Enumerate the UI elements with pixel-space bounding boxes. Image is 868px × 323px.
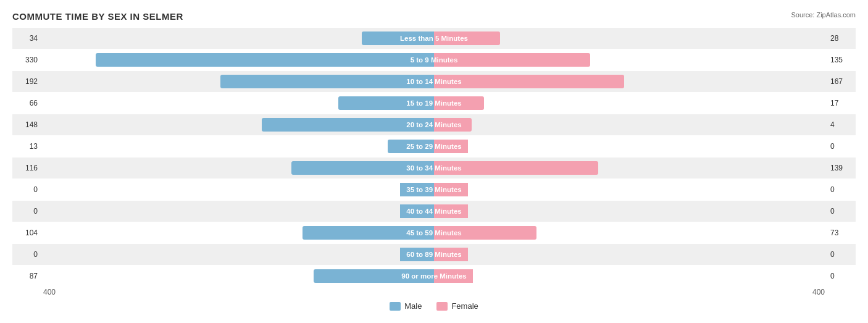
bar-label: 10 to 14 Minutes xyxy=(400,75,467,88)
female-value: 73 xyxy=(827,229,856,237)
female-value: 4 xyxy=(827,120,856,129)
male-value: 148 xyxy=(12,120,41,129)
chart-container: COMMUTE TIME BY SEX IN SELMER Source: Zi… xyxy=(0,0,868,323)
male-bar-half xyxy=(41,244,400,265)
female-bar xyxy=(468,226,536,240)
legend-female-label: Female xyxy=(451,301,478,311)
table-row: 19210 to 14 Minutes167 xyxy=(12,71,856,92)
female-value: 135 xyxy=(827,56,856,64)
bar-group: Less than 5 Minutes xyxy=(41,28,827,49)
male-value: 116 xyxy=(12,164,41,172)
source-label: Source: ZipAtlas.com xyxy=(791,11,856,19)
bar-group: 45 to 59 Minutes xyxy=(41,222,827,243)
female-value: 0 xyxy=(827,250,856,259)
male-bar-half xyxy=(41,114,400,135)
bar-label: 30 to 34 Minutes xyxy=(400,161,467,175)
female-value: 0 xyxy=(827,142,856,151)
bar-label: 40 to 44 Minutes xyxy=(400,204,467,218)
table-row: 8790 or more Minutes0 xyxy=(12,266,856,287)
male-value: 87 xyxy=(12,272,41,280)
female-bar-half xyxy=(468,222,827,243)
bar-label: 15 to 19 Minutes xyxy=(400,96,467,110)
bar-label: 20 to 24 Minutes xyxy=(400,118,467,132)
female-bar-half xyxy=(468,71,827,92)
male-bar-half xyxy=(41,71,400,92)
bar-group: 35 to 39 Minutes xyxy=(41,179,827,200)
male-value: 34 xyxy=(12,34,41,43)
bar-label: 5 to 9 Minutes xyxy=(404,53,464,67)
male-bar xyxy=(362,31,394,45)
table-row: 14820 to 24 Minutes4 xyxy=(12,114,856,135)
male-bar xyxy=(262,118,400,132)
bar-group: 90 or more Minutes xyxy=(41,266,827,287)
female-value: 167 xyxy=(827,77,856,86)
male-value: 13 xyxy=(12,142,41,151)
bar-group: 60 to 89 Minutes xyxy=(41,244,827,265)
female-bar xyxy=(464,53,590,67)
table-row: 34Less than 5 Minutes28 xyxy=(12,28,856,49)
bar-group: 10 to 14 Minutes xyxy=(41,71,827,92)
male-bar xyxy=(388,140,400,153)
male-value: 192 xyxy=(12,77,41,86)
legend: Male Female xyxy=(12,301,856,311)
axis-left: 400 xyxy=(43,288,56,296)
female-value: 0 xyxy=(827,207,856,216)
male-bar xyxy=(220,75,400,88)
bar-group: 25 to 29 Minutes xyxy=(41,136,827,157)
male-bar-half xyxy=(41,93,400,114)
axis-labels: 400 400 xyxy=(12,288,856,296)
female-bar xyxy=(468,161,598,175)
table-row: 040 to 44 Minutes0 xyxy=(12,201,856,222)
male-bar xyxy=(303,226,400,240)
axis-right: 400 xyxy=(812,288,825,296)
female-bar-half xyxy=(468,157,827,178)
female-bar xyxy=(468,75,624,88)
male-bar xyxy=(338,96,400,110)
female-bar-half xyxy=(468,244,827,265)
female-bar-half xyxy=(468,136,827,157)
female-bar-half xyxy=(473,266,827,287)
legend-male-box xyxy=(390,302,401,311)
male-value: 0 xyxy=(12,185,41,194)
male-bar xyxy=(314,269,395,283)
bar-label: 45 to 59 Minutes xyxy=(400,226,467,240)
female-bar xyxy=(474,31,500,45)
male-bar xyxy=(291,161,400,175)
male-bar xyxy=(96,53,404,67)
male-value: 0 xyxy=(12,250,41,259)
male-value: 104 xyxy=(12,229,41,237)
female-value: 0 xyxy=(827,272,856,280)
female-value: 17 xyxy=(827,99,856,107)
male-value: 330 xyxy=(12,56,41,64)
female-bar xyxy=(468,118,472,132)
female-value: 28 xyxy=(827,34,856,43)
legend-male: Male xyxy=(390,301,422,311)
male-value: 66 xyxy=(12,99,41,107)
female-bar-half xyxy=(468,179,827,200)
table-row: 3305 to 9 Minutes135 xyxy=(12,49,856,70)
male-bar-half xyxy=(41,136,400,157)
bar-label: Less than 5 Minutes xyxy=(394,31,474,45)
bar-group: 20 to 24 Minutes xyxy=(41,114,827,135)
male-bar-half xyxy=(41,222,400,243)
female-bar-half xyxy=(468,93,827,114)
bar-group: 5 to 9 Minutes xyxy=(41,49,827,70)
bar-group: 40 to 44 Minutes xyxy=(41,201,827,222)
female-bar-half xyxy=(464,49,827,70)
bar-label: 90 or more Minutes xyxy=(395,269,472,283)
legend-female: Female xyxy=(436,301,478,311)
female-bar-half xyxy=(468,114,827,135)
chart-rows: 34Less than 5 Minutes283305 to 9 Minutes… xyxy=(12,28,856,287)
bar-group: 15 to 19 Minutes xyxy=(41,93,827,114)
table-row: 11630 to 34 Minutes139 xyxy=(12,157,856,178)
male-value: 0 xyxy=(12,207,41,216)
male-bar-half xyxy=(41,179,400,200)
legend-female-box xyxy=(436,302,448,311)
table-row: 1325 to 29 Minutes0 xyxy=(12,136,856,157)
male-bar-half xyxy=(41,266,395,287)
male-bar-half xyxy=(41,157,400,178)
bar-group: 30 to 34 Minutes xyxy=(41,157,827,178)
female-bar xyxy=(468,96,484,110)
female-value: 0 xyxy=(827,185,856,194)
female-value: 139 xyxy=(827,164,856,172)
